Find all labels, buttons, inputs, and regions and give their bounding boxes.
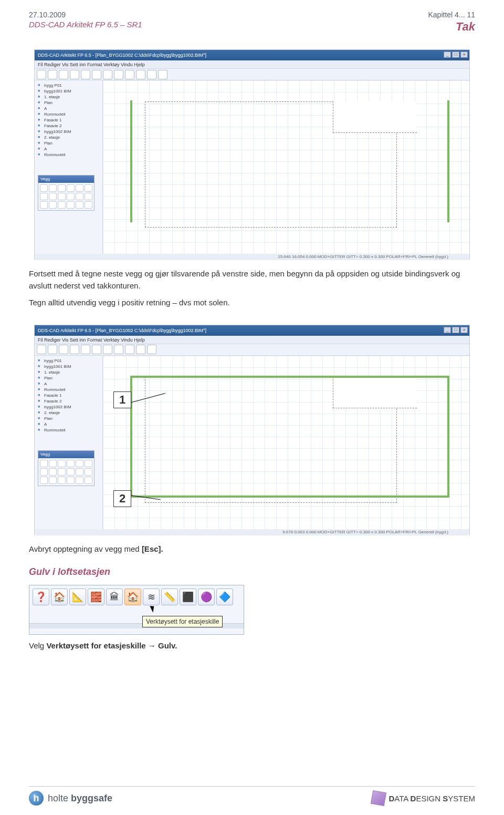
measure-icon[interactable]: 📏 bbox=[161, 589, 178, 605]
column-icon[interactable]: 🏛 bbox=[106, 589, 123, 605]
palette-btn[interactable] bbox=[58, 193, 66, 200]
palette-btn[interactable] bbox=[40, 193, 48, 200]
minimize-button[interactable]: _ bbox=[444, 51, 451, 58]
toolbar-btn[interactable] bbox=[48, 70, 57, 79]
toolbar-btn[interactable] bbox=[158, 70, 167, 79]
tree-item[interactable]: A bbox=[37, 146, 100, 152]
palette-btn[interactable] bbox=[58, 201, 66, 209]
palette-btn[interactable] bbox=[85, 184, 92, 192]
palette-btn[interactable] bbox=[76, 201, 83, 209]
palette-btn[interactable] bbox=[67, 468, 75, 476]
tree-item[interactable]: bygg1001 BIM bbox=[37, 88, 100, 94]
tree-item[interactable]: Plan bbox=[37, 416, 100, 421]
toolbar-btn[interactable] bbox=[92, 70, 101, 79]
palette-btn[interactable] bbox=[76, 468, 83, 476]
close-button[interactable]: × bbox=[460, 327, 468, 333]
palette-btn[interactable] bbox=[40, 468, 48, 476]
tree-item[interactable]: 2. etasje bbox=[37, 410, 100, 416]
palette-btn[interactable] bbox=[76, 193, 83, 200]
tree-item[interactable]: Plan bbox=[37, 100, 100, 106]
palette-btn[interactable] bbox=[76, 184, 83, 192]
toolbar-btn[interactable] bbox=[37, 345, 46, 354]
toolbar-btn[interactable] bbox=[37, 70, 46, 79]
tree-item[interactable]: 2. etasje bbox=[37, 135, 100, 140]
project-tree[interactable]: bygg P01 bygg1001 BIM 1. etasje Plan A R… bbox=[35, 80, 103, 254]
project-tree[interactable]: bygg P01 bygg1001 BIM 1. etasje Plan A R… bbox=[35, 356, 103, 529]
toolbar-btn[interactable] bbox=[125, 345, 134, 354]
toolbar-btn[interactable] bbox=[81, 70, 90, 79]
tree-item[interactable]: Plan bbox=[37, 375, 100, 381]
palette-btn[interactable] bbox=[67, 193, 75, 200]
palette-btn[interactable] bbox=[67, 184, 75, 192]
toolbar-btn[interactable] bbox=[70, 345, 79, 354]
palette-btn[interactable] bbox=[67, 201, 75, 209]
tree-item[interactable]: Rommodell bbox=[37, 111, 100, 117]
tree-item[interactable]: Rommodell bbox=[37, 387, 100, 393]
tree-item[interactable]: bygg1002 BIM bbox=[37, 404, 100, 410]
palette-btn[interactable] bbox=[49, 184, 57, 192]
tree-item[interactable]: 1. etasje bbox=[37, 369, 100, 375]
toolbar-btn[interactable] bbox=[147, 70, 156, 79]
palette-btn[interactable] bbox=[85, 460, 92, 467]
palette-btn[interactable] bbox=[40, 201, 48, 209]
tree-item[interactable]: A bbox=[37, 106, 100, 111]
toolbar-btn[interactable] bbox=[81, 345, 90, 354]
palette-btn[interactable] bbox=[40, 460, 48, 467]
palette-btn[interactable] bbox=[67, 477, 75, 484]
tree-item[interactable]: Fasade 2 bbox=[37, 398, 100, 404]
shape-icon[interactable]: 🔷 bbox=[216, 589, 233, 605]
palette-btn[interactable] bbox=[67, 460, 75, 467]
palette-btn[interactable] bbox=[85, 201, 92, 209]
toolbar-btn[interactable] bbox=[114, 70, 123, 79]
menubar[interactable]: Fil Rediger Vis Sett inn Format Verktøy … bbox=[35, 60, 469, 69]
palette-btn[interactable] bbox=[40, 477, 48, 484]
object-icon[interactable]: ⬛ bbox=[180, 589, 196, 605]
palette-btn[interactable] bbox=[58, 477, 66, 484]
tree-item[interactable]: bygg P01 bbox=[37, 358, 100, 364]
maximize-button[interactable]: □ bbox=[452, 51, 459, 58]
toolbar-btn[interactable] bbox=[59, 70, 68, 79]
minimize-button[interactable]: _ bbox=[444, 327, 451, 333]
joist-icon[interactable]: ≋ bbox=[143, 589, 160, 605]
palette-btn[interactable] bbox=[58, 460, 66, 467]
wall-icon[interactable]: 📐 bbox=[69, 589, 86, 605]
palette-btn[interactable] bbox=[58, 184, 66, 192]
tree-item[interactable]: bygg P01 bbox=[37, 82, 100, 88]
toolbar-btn[interactable] bbox=[147, 345, 156, 354]
tree-item[interactable]: Rommodell bbox=[37, 427, 100, 433]
tree-item[interactable]: Fasade 1 bbox=[37, 393, 100, 398]
palette-btn[interactable] bbox=[49, 201, 57, 209]
palette-btn[interactable] bbox=[49, 468, 57, 476]
toolbar-btn[interactable] bbox=[136, 70, 145, 79]
palette-btn[interactable] bbox=[76, 477, 83, 484]
toolbar-btn[interactable] bbox=[70, 70, 79, 79]
house-icon[interactable]: 🏠 bbox=[51, 589, 68, 605]
tree-item[interactable]: A bbox=[37, 421, 100, 427]
sphere-icon[interactable]: 🟣 bbox=[198, 589, 215, 605]
tree-item[interactable]: bygg1002 BIM bbox=[37, 129, 100, 135]
palette-btn[interactable] bbox=[49, 460, 57, 467]
toolbar-btn[interactable] bbox=[92, 345, 101, 354]
palette-btn[interactable] bbox=[85, 468, 92, 476]
toolbar-btn[interactable] bbox=[114, 345, 123, 354]
drawing-canvas[interactable]: 1 2 bbox=[103, 356, 469, 529]
palette-btn[interactable] bbox=[85, 477, 92, 484]
palette-btn[interactable] bbox=[49, 477, 57, 484]
toolbar-btn[interactable] bbox=[136, 345, 145, 354]
tree-item[interactable]: Fasade 1 bbox=[37, 117, 100, 123]
drawing-canvas[interactable] bbox=[103, 80, 469, 254]
tree-item[interactable]: Plan bbox=[37, 140, 100, 146]
toolbar-btn[interactable] bbox=[48, 345, 57, 354]
palette-btn[interactable] bbox=[76, 460, 83, 467]
tree-item[interactable]: Fasade 2 bbox=[37, 123, 100, 129]
help-icon[interactable]: ❓ bbox=[33, 589, 49, 605]
close-button[interactable]: × bbox=[460, 51, 468, 58]
palette-btn[interactable] bbox=[40, 184, 48, 192]
floorslab-icon[interactable]: 🏠 bbox=[124, 589, 141, 605]
toolbar-btn[interactable] bbox=[125, 70, 134, 79]
menubar[interactable]: Fil Rediger Vis Sett inn Format Verktøy … bbox=[35, 336, 469, 344]
toolbar-btn[interactable] bbox=[103, 70, 112, 79]
tree-item[interactable]: Rommodell bbox=[37, 152, 100, 158]
palette-btn[interactable] bbox=[85, 193, 92, 200]
palette-btn[interactable] bbox=[58, 468, 66, 476]
